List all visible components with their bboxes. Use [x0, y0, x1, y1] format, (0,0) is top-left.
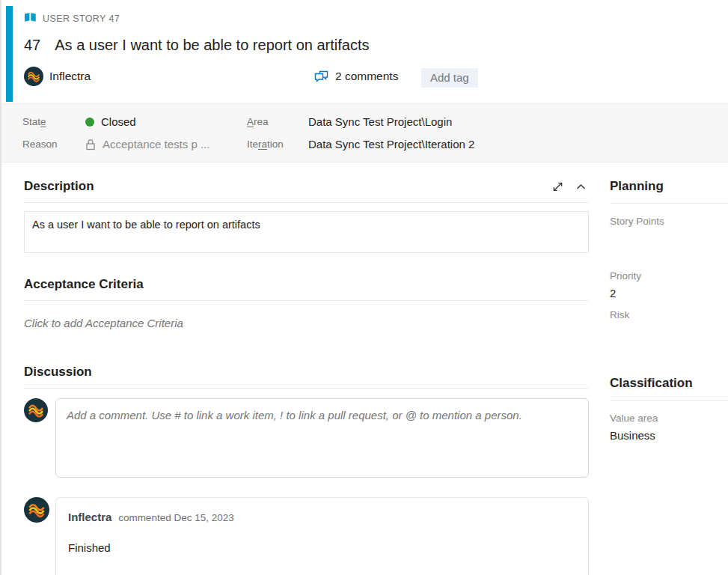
title-row: 47 As a user I want to be able to report… — [24, 37, 728, 54]
value-area-label: Value area — [610, 413, 728, 424]
discussion-rule — [24, 388, 589, 389]
inflectra-avatar — [24, 398, 48, 422]
user-story-book-icon — [24, 12, 37, 25]
state-field[interactable]: Closed — [85, 115, 247, 128]
description-editor[interactable]: As a user I want to be able to report on… — [24, 211, 589, 253]
acceptance-section-header: Acceptance Criteria — [24, 277, 589, 292]
expand-fullscreen-icon[interactable] — [551, 180, 564, 193]
main-content: Description As a user I want to be able … — [0, 162, 728, 575]
state-label: State — [22, 116, 85, 127]
area-label: Area — [247, 116, 308, 127]
state-closed-dot — [85, 118, 94, 127]
work-item-id: 47 — [24, 37, 40, 54]
reason-label: Reason — [22, 139, 85, 150]
iteration-field[interactable]: Data Sync Test Project\Iteration 2 — [308, 138, 728, 150]
description-rule — [24, 202, 589, 203]
classification-heading: Classification — [610, 376, 728, 401]
work-item-type-color-bar — [6, 6, 13, 102]
planning-heading: Planning — [610, 179, 728, 204]
lock-icon — [85, 139, 96, 150]
collapse-chevron-up-icon[interactable] — [576, 183, 586, 190]
comments-count-label: 2 comments — [335, 70, 398, 83]
acceptance-heading: Acceptance Criteria — [24, 277, 144, 292]
new-comment-row: Add a comment. Use # to link a work item… — [24, 398, 589, 478]
acceptance-rule — [24, 300, 589, 301]
priority-label: Priority — [610, 270, 728, 282]
reason-field[interactable]: Acceptance tests p ... — [85, 138, 247, 150]
story-points-field[interactable] — [610, 227, 728, 243]
right-sidebar: Planning Story Points Priority 2 Risk Cl… — [610, 162, 728, 575]
left-column: Description As a user I want to be able … — [24, 162, 589, 575]
description-section-header: Description — [24, 179, 589, 194]
inflectra-avatar — [24, 497, 49, 523]
inflectra-avatar — [24, 67, 43, 86]
iteration-label: Iteration — [247, 139, 308, 150]
comment-body: Finished — [68, 541, 576, 554]
comments-icon — [314, 70, 328, 83]
comment-input[interactable]: Add a comment. Use # to link a work item… — [55, 398, 589, 478]
discussion-heading: Discussion — [24, 365, 92, 380]
story-points-label: Story Points — [610, 216, 728, 227]
work-item-title-field[interactable]: As a user I want to be able to report on… — [55, 37, 369, 54]
comment-author[interactable]: Inflectra — [68, 511, 111, 523]
meta-row: Inflectra 2 comments Add tag — [24, 67, 728, 92]
comment-header: Inflectra commented Dec 15, 2023 — [68, 511, 576, 523]
description-heading: Description — [24, 179, 94, 194]
assigned-to-name: Inflectra — [49, 70, 91, 83]
comment-row: Inflectra commented Dec 15, 2023 Finishe… — [24, 497, 589, 575]
acceptance-placeholder[interactable]: Click to add Acceptance Criteria — [24, 317, 589, 329]
reason-value: Acceptance tests p ... — [103, 138, 209, 150]
comment-meta: commented Dec 15, 2023 — [118, 512, 234, 523]
add-tag-button[interactable]: Add tag — [421, 68, 478, 88]
work-item-type-row: USER STORY 47 — [24, 12, 728, 25]
assigned-to-control[interactable]: Inflectra — [24, 67, 91, 86]
value-area-field[interactable]: Business — [610, 429, 728, 442]
state-value: Closed — [101, 115, 136, 128]
area-field[interactable]: Data Sync Test Project\Login — [308, 115, 728, 128]
fields-strip: State Closed Area Data Sync Test Project… — [0, 103, 728, 162]
discussion-section-header: Discussion — [24, 365, 589, 380]
comments-button[interactable]: 2 comments — [314, 70, 398, 83]
risk-label: Risk — [610, 309, 728, 320]
work-item-header: USER STORY 47 47 As a user I want to be … — [0, 0, 728, 92]
comment-card: Inflectra commented Dec 15, 2023 Finishe… — [55, 497, 589, 575]
risk-field[interactable] — [610, 320, 728, 337]
priority-field[interactable]: 2 — [610, 287, 728, 299]
work-item-type-label: USER STORY 47 — [43, 13, 120, 24]
